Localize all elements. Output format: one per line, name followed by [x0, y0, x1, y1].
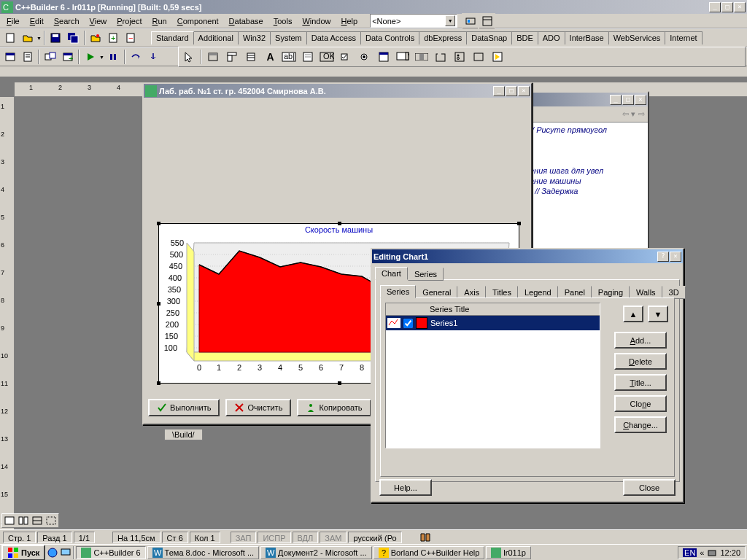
copy-button[interactable]: Копировать	[297, 399, 371, 416]
close-dialog-button[interactable]: Close	[623, 479, 676, 496]
actionlist-icon[interactable]	[489, 48, 507, 66]
palette-tab-internet[interactable]: Internet	[665, 31, 702, 44]
menu-window[interactable]: Window	[297, 15, 336, 27]
ql-ie-icon[interactable]	[47, 547, 58, 559]
close-button[interactable]: ×	[734, 2, 746, 12]
view-icon-4[interactable]	[44, 515, 58, 526]
palette-tab-system[interactable]: System	[270, 31, 307, 44]
palette-tab-additional[interactable]: Additional	[193, 31, 239, 44]
task-cppbuilder[interactable]: C++Builder 6	[76, 546, 145, 559]
view-icon-1[interactable]	[3, 515, 16, 526]
panel-icon[interactable]	[470, 48, 488, 66]
code-max-button[interactable]: □	[622, 95, 634, 105]
toolbar-icon-2[interactable]	[479, 13, 495, 29]
task-help[interactable]: ? Borland C++Builder Help	[374, 546, 485, 559]
groupbox-icon[interactable]	[432, 48, 450, 66]
save-button[interactable]	[47, 30, 64, 46]
book-icon[interactable]	[419, 532, 431, 542]
tray-icon-2[interactable]	[707, 548, 717, 558]
palette-tab-win32[interactable]: Win32	[238, 31, 271, 44]
step-into-button[interactable]	[145, 49, 162, 65]
palette-tab-dbexpress[interactable]: dbExpress	[419, 31, 467, 44]
dialog-help-button[interactable]: ?	[657, 252, 669, 262]
minimize-button[interactable]: _	[709, 2, 721, 12]
popupmenu-icon[interactable]	[242, 48, 260, 66]
palette-tab-datasnap[interactable]: DataSnap	[466, 31, 512, 44]
ql-desktop-icon[interactable]	[60, 547, 71, 559]
menu-project[interactable]: Project	[112, 15, 147, 27]
form-titlebar[interactable]: Лаб. раб. №1 ст. гр. 452004 Смирнова А.В…	[144, 84, 531, 98]
task-word1[interactable]: W Тема 8.doc - Microsoft ...	[147, 546, 259, 559]
start-button[interactable]: Пуск	[1, 545, 45, 561]
pointer-icon[interactable]	[180, 48, 198, 66]
add-file-button[interactable]: +	[105, 30, 122, 46]
move-up-button[interactable]: ▲	[623, 306, 643, 322]
view-icon-2[interactable]	[17, 515, 30, 526]
palette-tab-datacontrols[interactable]: Data Controls	[360, 31, 419, 44]
radiobutton-icon[interactable]	[356, 48, 374, 66]
toggle-form-button[interactable]	[42, 49, 58, 65]
palette-tab-bde[interactable]: BDE	[511, 31, 538, 44]
memo-icon[interactable]	[299, 48, 317, 66]
open-project-button[interactable]	[88, 30, 104, 46]
tab-chart[interactable]: Chart	[375, 267, 408, 280]
title-series-button[interactable]: Title...	[614, 374, 667, 391]
clone-series-button[interactable]: Clone	[614, 395, 667, 412]
view-unit-button[interactable]	[19, 49, 36, 65]
clear-button[interactable]: Очистить	[225, 399, 291, 416]
menu-help[interactable]: Help	[336, 15, 363, 27]
form-min-button[interactable]: _	[493, 86, 505, 96]
mainmenu-icon[interactable]	[223, 48, 241, 66]
series-color-swatch[interactable]	[416, 317, 427, 329]
task-lr011p[interactable]: lr011p	[486, 546, 531, 559]
new-button[interactable]	[1, 30, 18, 46]
series-list[interactable]: Series Title Series1	[385, 303, 600, 448]
frames-icon[interactable]	[204, 48, 222, 66]
series-visible-checkbox[interactable]	[403, 319, 413, 328]
combo-dropdown-icon[interactable]: ▼	[445, 15, 455, 26]
edit-icon[interactable]: ab|	[280, 48, 298, 66]
code-min-button[interactable]: _	[610, 95, 622, 105]
menu-file[interactable]: File	[1, 15, 25, 27]
toolbar-icon-1[interactable]	[462, 13, 479, 29]
palette-tab-ado[interactable]: ADO	[538, 31, 565, 44]
saveall-button[interactable]	[65, 30, 82, 46]
maximize-button[interactable]: □	[721, 2, 733, 12]
tab-series-top[interactable]: Series	[408, 268, 444, 281]
dialog-titlebar[interactable]: Editing Chart1 ? ×	[372, 249, 683, 263]
series-row-1[interactable]: Series1	[386, 316, 600, 330]
menu-component[interactable]: Component	[172, 15, 224, 27]
run-button[interactable]	[82, 49, 98, 65]
palette-tab-dataaccess[interactable]: Data Access	[306, 31, 361, 44]
build-tab[interactable]: \Build/	[164, 429, 203, 440]
nav-fwd-icon[interactable]: ⇨	[638, 109, 645, 119]
palette-tab-webservices[interactable]: WebServices	[608, 31, 666, 44]
menu-run[interactable]: Run	[147, 15, 172, 27]
pause-button[interactable]	[105, 49, 122, 65]
component-combo[interactable]: <None> ▼	[370, 14, 457, 28]
new-form-button[interactable]: +	[59, 49, 76, 65]
view-icon-3[interactable]	[31, 515, 44, 526]
form-close-button[interactable]: ×	[518, 86, 530, 96]
combobox-icon[interactable]: ▼	[394, 48, 412, 66]
move-down-button[interactable]: ▼	[648, 306, 668, 322]
subtab-series[interactable]: Series	[380, 285, 416, 298]
delete-series-button[interactable]: Delete	[614, 353, 667, 370]
menu-view[interactable]: View	[85, 15, 112, 27]
listbox-icon[interactable]	[375, 48, 393, 66]
form-max-button[interactable]: □	[506, 86, 517, 96]
button-icon[interactable]: OK	[318, 48, 336, 66]
checkbox-icon[interactable]	[337, 48, 355, 66]
menu-database[interactable]: Database	[224, 15, 268, 27]
palette-tab-standard[interactable]: Standard	[151, 31, 194, 44]
step-over-button[interactable]	[128, 49, 144, 65]
menu-search[interactable]: Search	[49, 15, 85, 27]
tray-icon-1[interactable]: «	[700, 548, 704, 557]
tray-lang[interactable]: EN	[683, 548, 697, 557]
run-button-form[interactable]: Выполнить	[148, 399, 220, 416]
open-button[interactable]	[19, 30, 36, 46]
radiogroup-icon[interactable]	[451, 48, 469, 66]
nav-back-icon[interactable]: ⇦ ▾	[622, 109, 635, 119]
menu-edit[interactable]: Edit	[25, 15, 49, 27]
remove-file-button[interactable]: −	[123, 30, 139, 46]
